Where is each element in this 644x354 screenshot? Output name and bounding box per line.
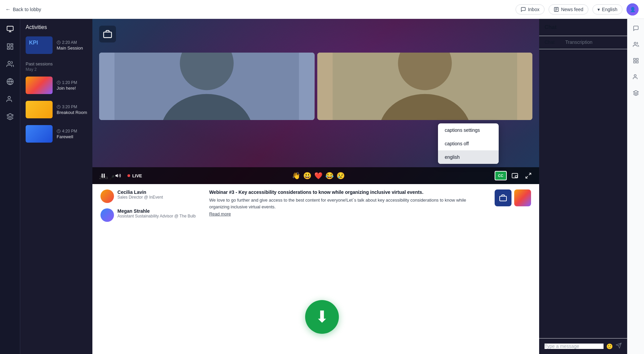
session-time-main: 2:20 AM bbox=[57, 40, 87, 45]
svg-rect-1 bbox=[7, 26, 13, 31]
reaction-wave[interactable]: 👋 bbox=[292, 172, 300, 180]
sidebar-icon-monitor[interactable] bbox=[4, 23, 16, 35]
speaker-item-1: Cecilia Lavin Sales Director @ InEvent bbox=[100, 189, 196, 203]
svg-rect-4 bbox=[10, 47, 12, 49]
svg-marker-9 bbox=[7, 114, 13, 117]
back-arrow-icon: ← bbox=[5, 6, 11, 12]
svg-marker-25 bbox=[116, 174, 118, 178]
speaker-details-2: Megan Strahle Assistant Sustainability A… bbox=[117, 208, 196, 218]
session-item-1[interactable]: 1:20 PM Join here! bbox=[20, 73, 92, 97]
reactions-bar: 👋 😃 ❤️ 😂 😢 bbox=[146, 172, 491, 180]
captions-popup: captions settings captions off english bbox=[438, 123, 499, 164]
inbox-button[interactable]: Inbox bbox=[516, 4, 545, 14]
video-grid bbox=[99, 53, 532, 120]
user-avatar[interactable]: 👤 bbox=[626, 3, 639, 16]
session-time-value: 2:20 AM bbox=[62, 40, 77, 45]
clock-icon-3 bbox=[57, 129, 61, 133]
tab-transcription[interactable]: Transcription bbox=[560, 36, 598, 49]
svg-rect-23 bbox=[102, 174, 103, 178]
tab-chat[interactable]: Chat bbox=[539, 36, 560, 49]
speaker-item-2: Megan Strahle Assistant Sustainability A… bbox=[100, 208, 196, 222]
past-sessions-title: Past sessions bbox=[26, 61, 87, 66]
emoji-icon[interactable]: 🙂 bbox=[606, 343, 613, 350]
right-icon-users2[interactable] bbox=[631, 71, 641, 82]
session-name-2: Breakout Room bbox=[57, 110, 87, 115]
session-time-1: 1:20 PM bbox=[57, 80, 87, 85]
sidebar-icon-people[interactable] bbox=[4, 58, 16, 70]
chat-header: Chat bbox=[539, 19, 627, 36]
session-info-3: 4:20 PM Farewell bbox=[57, 129, 87, 139]
news-feed-button[interactable]: News feed bbox=[549, 4, 588, 14]
reaction-grin[interactable]: 😃 bbox=[303, 172, 312, 180]
session-thumb-2 bbox=[26, 101, 53, 118]
chat-input[interactable] bbox=[545, 344, 604, 349]
captions-off-item[interactable]: captions off bbox=[438, 137, 499, 150]
volume-button[interactable] bbox=[113, 170, 123, 181]
speaker-details-1: Cecilia Lavin Sales Director @ InEvent bbox=[117, 189, 163, 200]
right-icon-layers[interactable] bbox=[631, 88, 641, 98]
pause-button[interactable] bbox=[98, 170, 109, 181]
send-icon[interactable] bbox=[616, 343, 622, 350]
sidebar-icons bbox=[0, 19, 20, 354]
sidebar-scroll[interactable]: 2:20 AM Main Session Past sessions May 2 bbox=[20, 33, 92, 354]
speaker-avatar-1 bbox=[100, 189, 114, 203]
reaction-cry[interactable]: 😢 bbox=[336, 172, 345, 180]
navbar-left: ← Back to lobby bbox=[5, 6, 41, 12]
sidebar-icon-users[interactable] bbox=[4, 93, 16, 105]
sidebar-icon-globe[interactable] bbox=[4, 76, 16, 88]
chevron-down-icon: ▾ bbox=[597, 7, 600, 12]
speaker-role-2: Assistant Sustainability Advisor @ The B… bbox=[117, 214, 196, 218]
speaker-name-1: Cecilia Lavin bbox=[117, 189, 163, 195]
session-thumb-1 bbox=[26, 77, 53, 94]
session-time-2: 3:20 PM bbox=[57, 105, 87, 109]
svg-line-29 bbox=[526, 176, 528, 178]
svg-rect-27 bbox=[515, 176, 518, 177]
right-section: Chat Chat Transcription 🙂 bbox=[539, 19, 644, 354]
speaker-avatar-2 bbox=[100, 208, 114, 222]
newspaper-icon bbox=[554, 7, 559, 12]
webinar-info: Webinar #3 - Key accessibility considera… bbox=[209, 189, 481, 216]
fullscreen-button[interactable] bbox=[523, 170, 534, 181]
session-item-3[interactable]: 4:20 PM Farewell bbox=[20, 122, 92, 146]
live-badge: LIVE bbox=[127, 173, 142, 178]
session-info-main: 2:20 AM Main Session bbox=[57, 40, 87, 51]
right-sidebar-icons bbox=[627, 19, 644, 354]
session-time-value-2: 3:20 PM bbox=[62, 105, 77, 109]
captions-settings-item[interactable]: captions settings bbox=[438, 123, 499, 137]
svg-rect-35 bbox=[636, 58, 638, 60]
past-sessions-date: May 2 bbox=[26, 67, 87, 72]
download-button[interactable]: ⬇ bbox=[305, 300, 339, 334]
session-thumb-3 bbox=[26, 125, 53, 143]
svg-rect-3 bbox=[10, 44, 12, 46]
avatar-image: 👤 bbox=[626, 3, 639, 16]
volume-icon bbox=[115, 173, 121, 179]
right-icon-chat[interactable] bbox=[631, 23, 641, 34]
pip-icon bbox=[511, 172, 518, 179]
back-to-lobby-button[interactable]: ← Back to lobby bbox=[5, 6, 41, 12]
pause-icon bbox=[100, 173, 106, 179]
logo-badge-1[interactable] bbox=[495, 189, 511, 206]
read-more-link[interactable]: Read more bbox=[209, 211, 481, 216]
right-icon-grid[interactable] bbox=[631, 55, 641, 66]
captions-english-item[interactable]: english bbox=[438, 150, 499, 164]
right-icon-people[interactable] bbox=[631, 39, 641, 50]
clock-icon-2 bbox=[57, 105, 61, 109]
cc-button[interactable]: CC bbox=[495, 171, 507, 180]
sidebar-icon-layers[interactable] bbox=[4, 111, 16, 123]
logo-badge-2[interactable] bbox=[514, 189, 531, 206]
video-ctrl-right: CC bbox=[495, 170, 534, 181]
reaction-heart[interactable]: ❤️ bbox=[314, 172, 323, 180]
svg-rect-24 bbox=[104, 174, 105, 178]
video-cell-right bbox=[317, 53, 532, 120]
pip-button[interactable] bbox=[509, 170, 520, 181]
language-button[interactable]: ▾ English bbox=[592, 4, 622, 14]
session-item-main[interactable]: 2:20 AM Main Session bbox=[20, 33, 92, 57]
svg-line-28 bbox=[529, 173, 531, 175]
sidebar-icon-layout[interactable] bbox=[4, 40, 16, 53]
session-item-2[interactable]: 3:20 PM Breakout Room bbox=[20, 97, 92, 122]
svg-rect-30 bbox=[500, 196, 506, 201]
session-time-value-3: 4:20 PM bbox=[62, 129, 77, 134]
reaction-laugh[interactable]: 😂 bbox=[325, 172, 334, 180]
session-name-main: Main Session bbox=[57, 46, 87, 51]
session-info-2: 3:20 PM Breakout Room bbox=[57, 105, 87, 115]
